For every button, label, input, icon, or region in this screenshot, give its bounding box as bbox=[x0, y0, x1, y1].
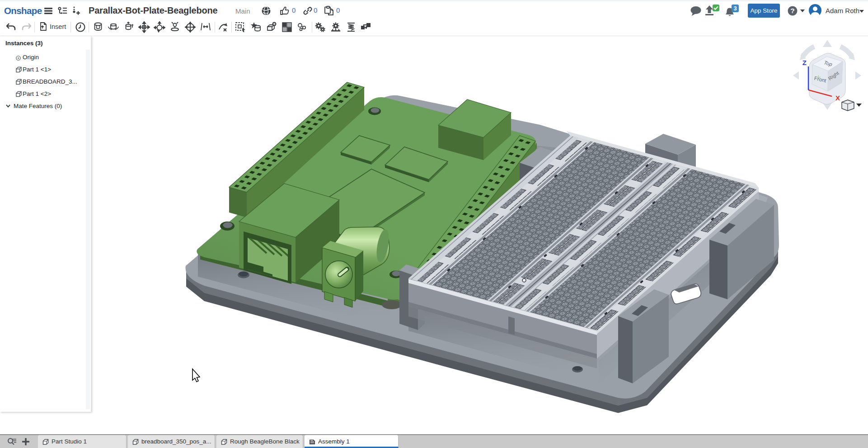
svg-text:?: ? bbox=[790, 7, 794, 14]
svg-text:3: 3 bbox=[733, 5, 737, 12]
svg-text:Z: Z bbox=[802, 59, 807, 66]
svg-text:X: X bbox=[835, 94, 840, 102]
